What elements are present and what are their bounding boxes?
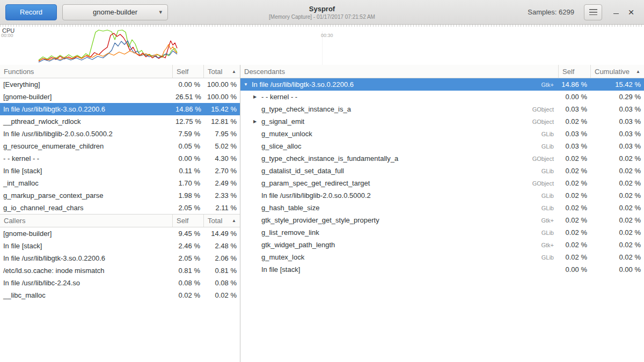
hamburger-icon [589, 9, 597, 15]
minimize-button[interactable] [609, 5, 624, 20]
tree-row[interactable]: g_type_check_instance_is_aGObject0.03 %0… [240, 103, 644, 115]
total-value-cell: 100.00 % [203, 93, 240, 101]
function-name-cell: g_markup_parse_context_parse [0, 191, 172, 200]
table-row[interactable]: /etc/ld.so.cache: inode mismatch0.81 %0.… [0, 264, 240, 277]
library-tag: GLib [538, 205, 558, 211]
library-tag: GLib [538, 168, 558, 174]
self-value-cell: 0.00 % [172, 80, 203, 88]
chevron-down-icon: ▾ [159, 9, 162, 16]
table-row[interactable]: In file /usr/lib/libgtk-3.so.0.2200.614.… [0, 103, 240, 115]
window-subtitle: [Memory Capture] - 01/17/2017 07:21:52 A… [269, 14, 375, 20]
tree-row[interactable]: ▼In file /usr/lib/libgtk-3.so.0.2200.6Gt… [240, 78, 644, 91]
table-row[interactable]: [gnome-builder]9.45 %14.49 % [0, 227, 240, 240]
cpu-graph[interactable] [0, 25, 644, 65]
function-name-cell: In file [stack] [0, 242, 172, 250]
function-name-cell: _int_malloc [0, 179, 172, 187]
table-row[interactable]: In file /usr/lib/libc-2.24.so0.08 %0.08 … [0, 277, 240, 289]
self-value-cell: 14.86 % [172, 105, 203, 113]
callers-total-label: Total [208, 217, 222, 225]
table-row[interactable]: g_resource_enumerate_children0.05 %5.02 … [0, 140, 240, 152]
expander-closed-icon[interactable]: ▶ [253, 119, 261, 124]
table-row[interactable]: In file [stack]2.46 %2.48 % [0, 240, 240, 252]
profile-panes: Functions Self Total ▲ [Everything]0.00 … [0, 65, 644, 362]
self-value-cell: 14.86 % [558, 80, 590, 88]
function-name-cell: [gnome-builder] [0, 230, 172, 238]
cumulative-value-cell: 0.02 % [590, 179, 644, 187]
table-row[interactable]: __libc_malloc0.02 %0.02 % [0, 289, 240, 301]
library-tag: GLib [538, 193, 558, 199]
table-row[interactable]: g_io_channel_read_chars2.05 %2.11 % [0, 202, 240, 214]
tree-row[interactable]: ▶g_signal_emitGObject0.02 %0.03 % [240, 115, 644, 128]
tree-row[interactable]: In file /usr/lib/libglib-2.0.so.0.5000.2… [240, 189, 644, 202]
descendants-table-header: Descendants Self Cumulative ▲ [240, 65, 644, 78]
self-value-cell: 0.00 % [172, 154, 203, 162]
table-row[interactable]: In file /usr/lib/libgtk-3.so.0.2200.62.0… [0, 252, 240, 264]
functions-table-header: Functions Self Total ▲ [0, 65, 240, 78]
function-name-cell: /etc/ld.so.cache: inode mismatch [0, 267, 172, 275]
self-value-cell: 7.59 % [172, 130, 203, 138]
tree-row[interactable]: g_hash_table_sizeGLib0.02 %0.02 % [240, 202, 644, 214]
self-value-cell: 0.02 % [558, 179, 590, 187]
function-name: - - kernel - - [261, 93, 297, 101]
process-selector-label: gnome-builder [93, 8, 137, 16]
descendants-cumulative-column-header[interactable]: Cumulative ▲ [590, 65, 644, 78]
function-name: In file /usr/lib/libgtk-3.so.0.2200.6 [252, 80, 354, 88]
cumulative-value-cell: 0.03 % [590, 130, 644, 138]
expander-closed-icon[interactable]: ▶ [253, 94, 261, 99]
table-row[interactable]: _int_malloc1.70 %2.49 % [0, 177, 240, 189]
menu-button[interactable] [584, 4, 602, 20]
descendants-column-header[interactable]: Descendants [240, 65, 558, 78]
cumulative-value-cell: 0.02 % [590, 253, 644, 261]
tree-row[interactable]: g_mutex_lockGLib0.02 %0.02 % [240, 251, 644, 263]
self-value-cell: 0.05 % [172, 142, 203, 150]
function-name-cell: g_param_spec_get_redirect_target [240, 179, 529, 187]
callers-column-header[interactable]: Callers [0, 215, 172, 227]
self-value-cell: 0.02 % [558, 154, 590, 162]
cpu-timeline[interactable]: CPU 00:00 00:30 [0, 25, 644, 65]
function-name: gtk_widget_path_length [261, 241, 335, 249]
tree-row[interactable]: gtk_widget_path_lengthGtk+0.02 %0.02 % [240, 239, 644, 251]
function-name: g_param_spec_get_redirect_target [261, 179, 370, 187]
self-value-cell: 0.03 % [558, 130, 590, 138]
callers-total-column-header[interactable]: Total ▲ [203, 215, 240, 227]
tree-row[interactable]: g_list_remove_linkGLib0.02 %0.02 % [240, 226, 644, 239]
self-value-cell: 9.45 % [172, 230, 203, 238]
close-button[interactable]: × [624, 5, 639, 20]
tree-row[interactable]: ▶- - kernel - -0.00 %0.29 % [240, 91, 644, 103]
function-name-cell: __libc_malloc [0, 291, 172, 299]
self-value-cell: 2.05 % [172, 254, 203, 262]
function-name-cell: g_list_remove_link [240, 228, 538, 237]
tree-row[interactable]: g_datalist_id_set_data_fullGLib0.02 %0.0… [240, 165, 644, 177]
table-row[interactable]: [Everything]0.00 %100.00 % [0, 78, 240, 91]
self-value-cell: 0.02 % [558, 228, 590, 237]
record-button[interactable]: Record [5, 4, 57, 20]
function-name: g_type_check_instance_is_fundamentally_a [261, 154, 398, 162]
function-name: g_datalist_id_set_data_full [261, 167, 344, 175]
functions-column-header[interactable]: Functions [0, 65, 172, 78]
tree-row[interactable]: g_type_check_instance_is_fundamentally_a… [240, 152, 644, 165]
table-row[interactable]: - - kernel - -0.00 %4.30 % [0, 152, 240, 165]
process-selector-dropdown[interactable]: gnome-builder ▾ [62, 4, 168, 20]
functions-total-column-header[interactable]: Total ▲ [203, 65, 240, 78]
total-value-cell: 2.70 % [203, 167, 240, 175]
tree-row[interactable]: In file [stack]0.00 %0.00 % [240, 263, 644, 276]
tree-row[interactable]: g_slice_allocGLib0.03 %0.03 % [240, 140, 644, 152]
descendants-cumulative-label: Cumulative [595, 68, 630, 76]
cumulative-value-cell: 0.02 % [590, 241, 644, 249]
callers-self-column-header[interactable]: Self [172, 215, 203, 227]
table-row[interactable]: In file [stack]0.11 %2.70 % [0, 165, 240, 177]
self-value-cell: 0.08 % [172, 279, 203, 287]
tree-row[interactable]: gtk_style_provider_get_style_propertyGtk… [240, 214, 644, 226]
functions-self-column-header[interactable]: Self [172, 65, 203, 78]
table-row[interactable]: In file /usr/lib/libglib-2.0.so.0.5000.2… [0, 128, 240, 140]
self-value-cell: 0.02 % [558, 204, 590, 212]
library-tag: Gtk+ [538, 217, 558, 224]
tree-row[interactable]: g_param_spec_get_redirect_targetGObject0… [240, 177, 644, 189]
table-row[interactable]: [gnome-builder]26.51 %100.00 % [0, 91, 240, 103]
expander-open-icon[interactable]: ▼ [244, 82, 252, 87]
table-row[interactable]: __pthread_rwlock_rdlock12.75 %12.81 % [0, 115, 240, 128]
tree-row[interactable]: g_mutex_unlockGLib0.03 %0.03 % [240, 128, 644, 140]
table-row[interactable]: g_markup_parse_context_parse1.98 %2.33 % [0, 189, 240, 202]
descendants-self-column-header[interactable]: Self [558, 65, 590, 78]
title-block: Sysprof [Memory Capture] - 01/17/2017 07… [269, 5, 375, 20]
